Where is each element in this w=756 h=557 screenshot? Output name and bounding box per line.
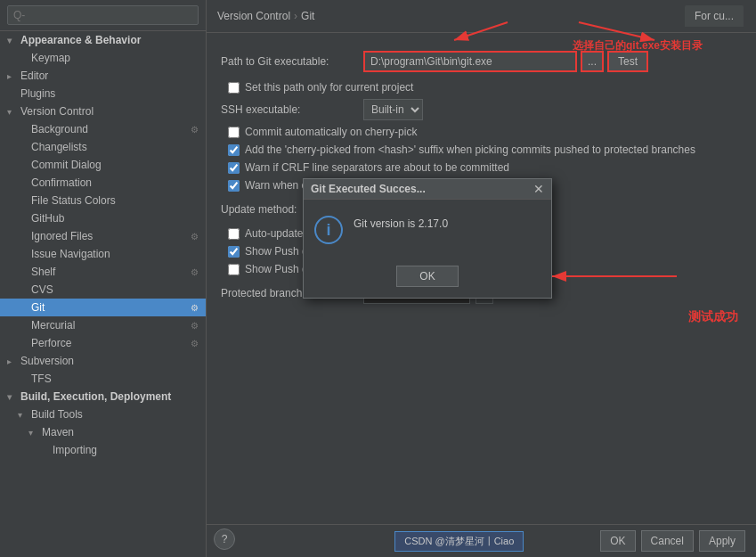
dialog-message: Git version is 2.17.0: [354, 214, 448, 230]
ok-button[interactable]: OK: [600, 530, 635, 552]
sidebar-item-file-status-colors[interactable]: File Status Colors: [0, 192, 206, 209]
sidebar-item-keymap[interactable]: Keymap: [0, 49, 206, 67]
checkbox-detached[interactable]: [228, 180, 240, 192]
sidebar-item-importing[interactable]: Importing: [0, 441, 206, 459]
ssh-control: Built-in: [363, 99, 742, 120]
arrow-icon: [7, 392, 18, 402]
sidebar-item-build-tools[interactable]: Build Tools: [0, 405, 206, 423]
apply-button[interactable]: Apply: [699, 530, 745, 552]
checkbox-current-project-row: Set this path only for current project: [221, 81, 742, 94]
dialog-body: i Git version is 2.17.0: [304, 200, 551, 258]
breadcrumb-git: Git: [301, 10, 314, 22]
checkbox-auto-update[interactable]: [228, 228, 240, 240]
dialog-title-bar: Git Executed Succes... ✕: [304, 179, 551, 200]
checkbox-add-cherry-picked[interactable]: [228, 144, 240, 156]
search-box: [0, 0, 206, 31]
checkbox-cherry-pick-row: Commit automatically on cherry-pick: [221, 126, 742, 138]
settings-icon: ⚙: [191, 267, 199, 277]
tab-for-current[interactable]: For cu...: [685, 5, 744, 27]
arrow-icon: [28, 428, 39, 438]
sidebar-item-version-control[interactable]: Version Control: [0, 102, 206, 120]
checkbox-show-push2[interactable]: [228, 264, 240, 275]
sidebar-item-maven[interactable]: Maven: [0, 423, 206, 441]
settings-icon: ⚙: [191, 339, 199, 348]
sidebar-item-confirmation[interactable]: Confirmation: [0, 174, 206, 192]
help-button[interactable]: ?: [214, 528, 235, 550]
checkbox-show-push[interactable]: [228, 246, 240, 258]
sidebar-item-subversion[interactable]: Subversion: [0, 352, 206, 370]
arrow-icon: [18, 410, 28, 420]
sidebar-item-background[interactable]: Background ⚙: [0, 120, 206, 138]
arrow-icon: [7, 107, 18, 117]
path-label: Path to Git executable:: [221, 55, 363, 68]
sidebar-item-cvs[interactable]: CVS: [0, 281, 206, 299]
sidebar-item-ignored-files[interactable]: Ignored Files ⚙: [0, 227, 206, 245]
arrow-icon: [7, 36, 18, 45]
checkbox-crlf-row: Warn if CRLF line separators are about t…: [221, 161, 742, 174]
cancel-button[interactable]: Cancel: [641, 530, 694, 552]
sidebar-item-github[interactable]: GitHub: [0, 209, 206, 227]
dialog-close-button[interactable]: ✕: [533, 183, 544, 195]
breadcrumb: Version Control › Git: [217, 10, 314, 22]
sidebar: Appearance & Behavior Keymap Editor Plug…: [0, 0, 207, 557]
tree-container: Appearance & Behavior Keymap Editor Plug…: [0, 31, 206, 557]
path-row: Path to Git executable: ... Test: [221, 51, 742, 72]
breadcrumb-separator: ›: [294, 10, 297, 22]
sidebar-item-git[interactable]: Git ⚙: [0, 299, 206, 316]
bottom-bar: ? CSDN @清梦星河丨Ciao OK Cancel Apply: [207, 524, 756, 557]
checkbox-cherry-pick[interactable]: [228, 127, 240, 138]
info-icon: i: [314, 216, 343, 244]
help-button-container: ?: [214, 528, 235, 550]
git-executed-dialog[interactable]: Git Executed Succes... ✕ i Git version i…: [303, 178, 552, 299]
checkbox-cherry-picked-row: Add the 'cherry-picked from <hash>' suff…: [221, 143, 742, 156]
ssh-row: SSH executable: Built-in: [221, 99, 742, 120]
settings-icon: ⚙: [191, 321, 199, 331]
dialog-footer: OK: [304, 258, 551, 298]
sidebar-item-shelf[interactable]: Shelf ⚙: [0, 263, 206, 281]
settings-icon: ⚙: [191, 303, 199, 313]
dialog-title: Git Executed Succes...: [311, 183, 426, 195]
sidebar-item-mercurial[interactable]: Mercurial ⚙: [0, 316, 206, 334]
annotation-success: 测试成功: [688, 309, 738, 325]
test-button[interactable]: Test: [607, 51, 648, 72]
sidebar-item-editor[interactable]: Editor: [0, 67, 206, 85]
browse-button[interactable]: ...: [581, 51, 604, 72]
sidebar-item-perforce[interactable]: Perforce ⚙: [0, 334, 206, 352]
ssh-select[interactable]: Built-in: [363, 99, 423, 120]
sidebar-item-commit-dialog[interactable]: Commit Dialog: [0, 156, 206, 174]
breadcrumb-version-control: Version Control: [217, 10, 290, 22]
search-input[interactable]: [7, 5, 199, 25]
sidebar-item-changelists[interactable]: Changelists: [0, 138, 206, 156]
git-path-input[interactable]: [363, 51, 577, 72]
sidebar-item-issue-navigation[interactable]: Issue Navigation: [0, 245, 206, 263]
path-control: ... Test: [363, 51, 742, 72]
arrow-icon: [7, 356, 18, 366]
sidebar-item-tfs[interactable]: TFS: [0, 370, 206, 388]
sidebar-item-appearance-behavior[interactable]: Appearance & Behavior: [0, 31, 206, 49]
checkbox-current-project[interactable]: [228, 82, 240, 94]
sidebar-item-build-execution-deployment[interactable]: Build, Execution, Deployment: [0, 388, 206, 405]
settings-icon: ⚙: [191, 232, 199, 242]
settings-icon: ⚙: [191, 125, 199, 135]
dialog-ok-button[interactable]: OK: [396, 266, 459, 287]
ssh-label: SSH executable:: [221, 103, 363, 116]
csdn-watermark: CSDN @清梦星河丨Ciao: [394, 531, 524, 552]
arrow-icon: [7, 71, 18, 81]
checkbox-crlf[interactable]: [228, 162, 240, 174]
sidebar-item-plugins[interactable]: Plugins: [0, 85, 206, 102]
